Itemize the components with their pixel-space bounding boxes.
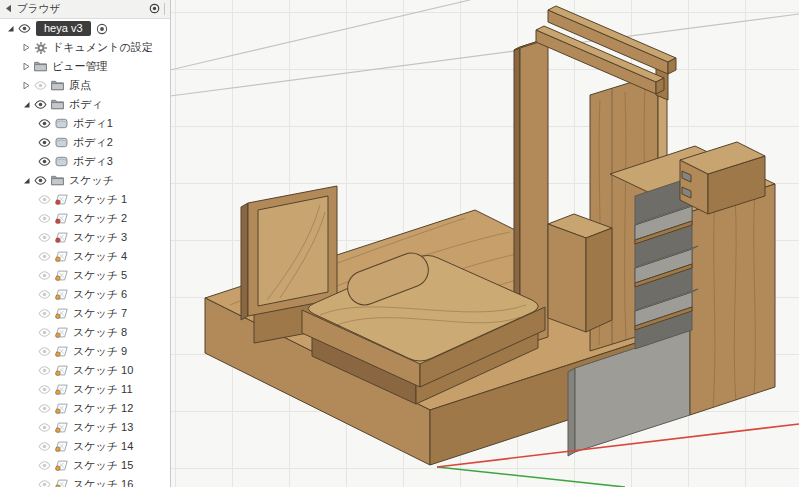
sketch-locked-icon (53, 232, 70, 243)
browser-panel: ブラウザ heya v3ドキュメントの設定ビュー管理原点ボディボディ1ボディ2ボ… (0, 0, 171, 487)
tree-item-sketch-10[interactable]: スケッチ 10 (0, 361, 170, 380)
tv-side-face (241, 203, 248, 320)
tree-item-label: スケッチ 7 (73, 306, 127, 321)
body-icon (53, 137, 70, 148)
tree-item-label: スケッチ 14 (73, 439, 133, 454)
collapse-arrow-icon[interactable] (4, 24, 16, 33)
eye-icon[interactable] (32, 100, 49, 109)
eye-icon[interactable] (36, 347, 53, 356)
tree-item-sketch-11[interactable]: スケッチ 11 (0, 380, 170, 399)
tree-item-sketch-8[interactable]: スケッチ 8 (0, 323, 170, 342)
eye-icon[interactable] (36, 328, 53, 337)
tree-item-document-settings[interactable]: ドキュメントの設定 (0, 38, 170, 57)
tree-item-named-views[interactable]: ビュー管理 (0, 57, 170, 76)
tree-item-label: ビュー管理 (52, 59, 108, 74)
eye-icon[interactable] (36, 385, 53, 394)
tree-item-label: スケッチ 2 (73, 211, 127, 226)
tree-item-bodies[interactable]: ボディ (0, 95, 170, 114)
tree-item-sketch-6[interactable]: スケッチ 6 (0, 285, 170, 304)
sketch-icon (53, 460, 70, 471)
eye-icon[interactable] (16, 24, 33, 33)
eye-icon[interactable] (36, 195, 53, 204)
tree-item-sketch-12[interactable]: スケッチ 12 (0, 399, 170, 418)
panel-collapse-icon[interactable] (5, 3, 12, 15)
eye-icon[interactable] (36, 480, 53, 487)
sketch-icon (53, 384, 70, 395)
sketch-icon (53, 441, 70, 452)
expand-arrow-icon[interactable] (20, 81, 32, 90)
tree-item-label: スケッチ 13 (73, 420, 133, 435)
pedestal-edge-face (568, 368, 575, 456)
tree-item-sketch-7[interactable]: スケッチ 7 (0, 304, 170, 323)
tree-item-sketch-14[interactable]: スケッチ 14 (0, 437, 170, 456)
tree-item-sketch-9[interactable]: スケッチ 9 (0, 342, 170, 361)
tree-item-label: スケッチ 3 (73, 230, 127, 245)
expand-arrow-icon[interactable] (20, 62, 32, 71)
folder-icon (49, 80, 66, 91)
eye-icon[interactable] (36, 309, 53, 318)
collapse-arrow-icon[interactable] (20, 176, 32, 185)
tree-item-label: ボディ2 (73, 135, 113, 150)
browser-panel-header: ブラウザ (0, 0, 170, 19)
tree-item-body-1[interactable]: ボディ1 (0, 114, 170, 133)
cabinet-front-right-face (586, 228, 612, 332)
tree-item-label: ドキュメントの設定 (52, 40, 153, 55)
tree-item-heya-v3[interactable]: heya v3 (0, 19, 170, 38)
tree-item-sketch-13[interactable]: スケッチ 13 (0, 418, 170, 437)
tree-item-body-2[interactable]: ボディ2 (0, 133, 170, 152)
sketch-icon (53, 289, 70, 300)
tree-item-sketch-4[interactable]: スケッチ 4 (0, 247, 170, 266)
tree-item-origin[interactable]: 原点 (0, 76, 170, 95)
tree-item-label: スケッチ 16 (73, 477, 133, 487)
body-icon (53, 156, 70, 167)
eye-icon[interactable] (36, 461, 53, 470)
eye-icon[interactable] (36, 404, 53, 413)
panel-options-icon[interactable] (149, 3, 160, 16)
hanger-rails[interactable] (536, 6, 676, 100)
tree-item-sketch-15[interactable]: スケッチ 15 (0, 456, 170, 475)
panel-header-separator (164, 3, 165, 15)
eye-icon[interactable] (36, 442, 53, 451)
tree-item-sketch-5[interactable]: スケッチ 5 (0, 266, 170, 285)
eye-icon[interactable] (36, 366, 53, 375)
folder-icon (49, 175, 66, 186)
sketch-icon (53, 270, 70, 281)
tree-item-sketch-2[interactable]: スケッチ 2 (0, 209, 170, 228)
grid-perspective-lines (170, 0, 799, 96)
tree-item-body-3[interactable]: ボディ3 (0, 152, 170, 171)
eye-icon[interactable] (36, 233, 53, 242)
body-icon (53, 118, 70, 129)
tree-item-label: スケッチ 6 (73, 287, 127, 302)
sketch-locked-icon (53, 194, 70, 205)
sketch-locked-icon (53, 213, 70, 224)
sketch-icon (53, 251, 70, 262)
viewport-canvas[interactable] (170, 0, 799, 487)
eye-icon[interactable] (36, 423, 53, 432)
sketch-icon (53, 308, 70, 319)
tree-item-label: スケッチ 15 (73, 458, 133, 473)
tree-item-label: スケッチ 10 (73, 363, 133, 378)
eye-icon[interactable] (32, 176, 49, 185)
tree-item-sketch-16[interactable]: スケッチ 16 (0, 475, 170, 487)
sketch-icon (53, 479, 70, 487)
collapse-arrow-icon[interactable] (20, 100, 32, 109)
activate-radio-icon[interactable] (96, 23, 108, 35)
sketch-icon (53, 327, 70, 338)
tree-item-label: スケッチ 1 (73, 192, 127, 207)
browser-tree: heya v3ドキュメントの設定ビュー管理原点ボディボディ1ボディ2ボディ3スケ… (0, 19, 170, 487)
eye-icon[interactable] (36, 157, 53, 166)
eye-icon[interactable] (36, 214, 53, 223)
sketch-icon (53, 403, 70, 414)
eye-icon[interactable] (36, 252, 53, 261)
middle-cabinet[interactable] (548, 214, 612, 332)
tree-item-sketches[interactable]: スケッチ (0, 171, 170, 190)
eye-icon[interactable] (36, 271, 53, 280)
eye-icon[interactable] (36, 119, 53, 128)
eye-icon[interactable] (36, 290, 53, 299)
eye-icon[interactable] (36, 138, 53, 147)
tree-item-sketch-1[interactable]: スケッチ 1 (0, 190, 170, 209)
eye-icon[interactable] (32, 81, 49, 90)
tree-item-sketch-3[interactable]: スケッチ 3 (0, 228, 170, 247)
panel-title: ブラウザ (17, 2, 60, 16)
expand-arrow-icon[interactable] (20, 43, 32, 52)
